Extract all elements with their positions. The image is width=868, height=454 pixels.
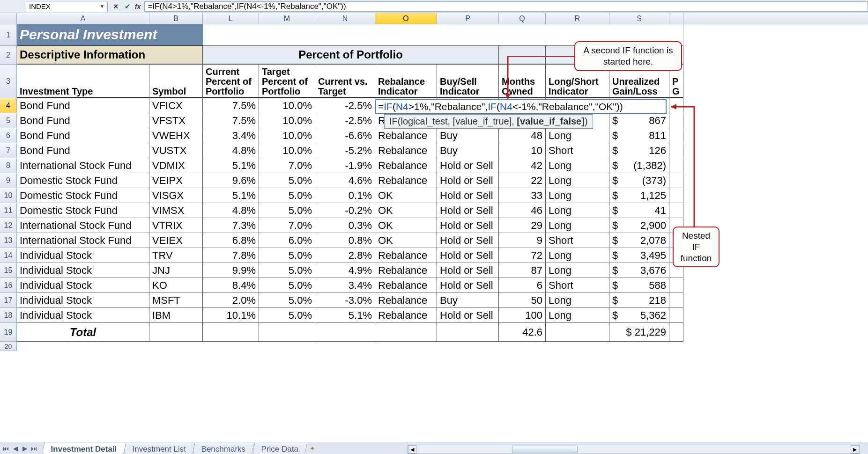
- cell[interactable]: Hold or Sell: [437, 263, 499, 278]
- cell[interactable]: 46: [499, 203, 546, 218]
- cell[interactable]: 0.8%: [315, 233, 375, 248]
- cell[interactable]: OK: [375, 233, 437, 248]
- cell[interactable]: Individual Stock: [17, 278, 149, 293]
- cell[interactable]: Rebalance: [375, 278, 437, 293]
- cell[interactable]: Long: [546, 218, 609, 233]
- cell[interactable]: Long: [546, 248, 609, 263]
- cell[interactable]: 6.0%: [259, 233, 315, 248]
- row-header[interactable]: 3: [0, 65, 17, 98]
- row-header[interactable]: 17: [0, 293, 17, 308]
- prev-tab-icon[interactable]: ◀: [11, 445, 20, 452]
- cell[interactable]: Hold or Sell: [437, 248, 499, 263]
- cell[interactable]: 48: [499, 128, 546, 143]
- cell[interactable]: OK: [375, 188, 437, 203]
- cell[interactable]: $3,676: [609, 263, 669, 278]
- row-header[interactable]: 16: [0, 278, 17, 293]
- cell[interactable]: VIMSX: [149, 203, 203, 218]
- cell[interactable]: [669, 293, 683, 308]
- cell[interactable]: JNJ: [149, 263, 203, 278]
- cell[interactable]: VEIEX: [149, 233, 203, 248]
- cell[interactable]: 8.4%: [203, 278, 259, 293]
- cell[interactable]: Individual Stock: [17, 263, 149, 278]
- cell[interactable]: Long: [546, 173, 609, 188]
- scroll-right-icon[interactable]: ▶: [851, 445, 859, 454]
- sheet-tab[interactable]: Investment List: [123, 443, 195, 454]
- scroll-left-icon[interactable]: ◀: [408, 445, 416, 454]
- column-header-x[interactable]: [669, 13, 683, 24]
- cell[interactable]: 9.9%: [203, 263, 259, 278]
- cell[interactable]: 10.1%: [203, 308, 259, 323]
- cell[interactable]: 3.4%: [203, 128, 259, 143]
- cell[interactable]: Buy: [437, 128, 499, 143]
- cell[interactable]: Long: [546, 158, 609, 173]
- column-header-O[interactable]: O: [375, 13, 437, 24]
- cell[interactable]: 2.8%: [315, 248, 375, 263]
- cell[interactable]: 0.3%: [315, 218, 375, 233]
- column-header-L[interactable]: L: [203, 13, 259, 24]
- cell[interactable]: Long: [546, 263, 609, 278]
- cell[interactable]: -1.9%: [315, 158, 375, 173]
- cell[interactable]: International Stock Fund: [17, 158, 149, 173]
- cell[interactable]: $1,125: [609, 188, 669, 203]
- row-header[interactable]: 6: [0, 128, 17, 143]
- cell[interactable]: -2.5%: [315, 98, 375, 113]
- cell[interactable]: 4.6%: [315, 173, 375, 188]
- cell[interactable]: VFICX: [149, 98, 203, 113]
- cell[interactable]: Domestic Stock Fund: [17, 203, 149, 218]
- cell[interactable]: 50: [499, 293, 546, 308]
- cell[interactable]: Buy: [437, 143, 499, 158]
- cell[interactable]: Hold or Sell: [437, 158, 499, 173]
- cell[interactable]: $(1,382): [609, 158, 669, 173]
- cell[interactable]: Short: [546, 143, 609, 158]
- cell[interactable]: 29: [499, 218, 546, 233]
- horizontal-scrollbar[interactable]: ◀ ▶: [408, 445, 860, 454]
- cell[interactable]: 10.0%: [259, 128, 315, 143]
- cell[interactable]: $126: [609, 143, 669, 158]
- sheet-tab[interactable]: Price Data: [252, 443, 307, 454]
- name-box[interactable]: INDEX ▼: [26, 1, 108, 12]
- first-tab-icon[interactable]: ⏮: [2, 445, 10, 452]
- cell[interactable]: 7.5%: [203, 98, 259, 113]
- cell[interactable]: Long: [546, 308, 609, 323]
- cell[interactable]: Long: [546, 203, 609, 218]
- cell[interactable]: Hold or Sell: [437, 173, 499, 188]
- select-all-corner[interactable]: [0, 13, 17, 24]
- cell[interactable]: VFSTX: [149, 113, 203, 128]
- row-header[interactable]: 10: [0, 188, 17, 203]
- row-header[interactable]: 8: [0, 158, 17, 173]
- cell[interactable]: 4.9%: [315, 263, 375, 278]
- cell[interactable]: Hold or Sell: [437, 188, 499, 203]
- cell[interactable]: 2.0%: [203, 293, 259, 308]
- cell[interactable]: Individual Stock: [17, 293, 149, 308]
- row-header[interactable]: 18: [0, 308, 17, 323]
- cell[interactable]: Bond Fund: [17, 128, 149, 143]
- column-header-B[interactable]: B: [149, 13, 203, 24]
- row-header[interactable]: 15: [0, 263, 17, 278]
- cell[interactable]: 7.5%: [203, 113, 259, 128]
- cell[interactable]: 7.0%: [259, 218, 315, 233]
- column-header-Q[interactable]: Q: [499, 13, 546, 24]
- column-header-P[interactable]: P: [437, 13, 499, 24]
- row-header[interactable]: 14: [0, 248, 17, 263]
- cell[interactable]: Rebalance: [375, 308, 437, 323]
- last-tab-icon[interactable]: ⏭: [30, 445, 38, 452]
- cell[interactable]: Short: [546, 233, 609, 248]
- cell[interactable]: $(373): [609, 173, 669, 188]
- cell[interactable]: 0.1%: [315, 188, 375, 203]
- cell[interactable]: OK: [375, 203, 437, 218]
- cell[interactable]: 5.0%: [259, 203, 315, 218]
- row-header[interactable]: 7: [0, 143, 17, 158]
- cell[interactable]: 5.1%: [203, 188, 259, 203]
- cell[interactable]: 42: [499, 158, 546, 173]
- cell[interactable]: 4.8%: [203, 143, 259, 158]
- cell[interactable]: 5.0%: [259, 263, 315, 278]
- row-header[interactable]: 2: [0, 46, 17, 65]
- cell[interactable]: 5.0%: [259, 308, 315, 323]
- cell[interactable]: VTRIX: [149, 218, 203, 233]
- cell[interactable]: 6.8%: [203, 233, 259, 248]
- cell[interactable]: 5.0%: [259, 248, 315, 263]
- cell[interactable]: 7.8%: [203, 248, 259, 263]
- cell[interactable]: Rebalance: [375, 248, 437, 263]
- row-header[interactable]: 5: [0, 113, 17, 128]
- chevron-down-icon[interactable]: ▼: [100, 4, 104, 9]
